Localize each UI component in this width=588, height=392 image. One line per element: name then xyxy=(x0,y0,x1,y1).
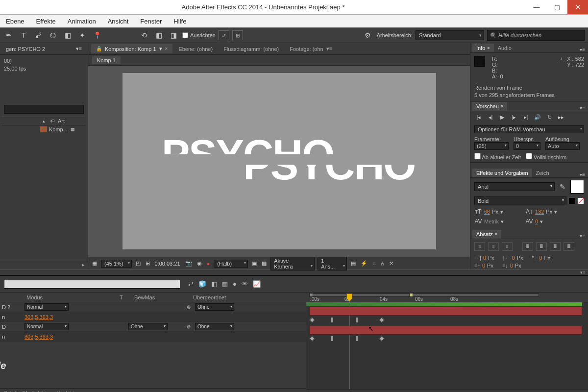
effects-presets-tab[interactable]: Effekte und Vorgaben xyxy=(472,169,532,177)
channel-icon[interactable]: ◉ xyxy=(196,260,203,267)
justify-center-icon[interactable]: ≣ xyxy=(536,242,547,251)
justify-right-icon[interactable]: ≣ xyxy=(550,242,561,251)
property-row-position-1[interactable]: n 303,5,363,3 xyxy=(0,312,306,322)
panel-menu-icon[interactable]: ▾≡ xyxy=(577,105,588,111)
prev-frame-icon[interactable]: ◂| xyxy=(486,114,495,121)
last-frame-icon[interactable]: ▸| xyxy=(521,114,530,121)
stroke-swatch[interactable] xyxy=(568,197,575,204)
panel-menu-icon[interactable]: ▾≡ xyxy=(580,270,585,275)
menu-hilfe[interactable]: Hilfe xyxy=(170,16,190,26)
font-size-value[interactable]: 66 xyxy=(484,209,490,215)
menu-animation[interactable]: Animation xyxy=(64,16,100,26)
tl-graph-icon[interactable]: 📈 xyxy=(253,280,261,288)
col-bewmas[interactable]: BewMas xyxy=(134,294,188,300)
tl-opt3-icon[interactable]: ◧ xyxy=(211,280,217,288)
align-left-icon[interactable]: ≡ xyxy=(474,242,485,251)
col-parent[interactable]: Übergeordnet xyxy=(193,294,226,300)
layer-row-1[interactable]: D 2 Normal ⊚ Ohne xyxy=(0,302,306,312)
close-tab-icon[interactable]: × xyxy=(165,46,168,51)
camera-dropdown[interactable]: Aktive Kamera xyxy=(270,257,315,270)
project-column-header[interactable]: ▴ 🏷 Art xyxy=(2,117,86,125)
nofill-swatch[interactable] xyxy=(577,197,584,204)
snap2-icon[interactable]: ◧ xyxy=(153,30,165,41)
fast-icon[interactable]: ⚡ xyxy=(360,260,368,267)
framerate-dropdown[interactable]: (25) xyxy=(474,142,509,150)
grid-icon[interactable]: ▦ xyxy=(91,260,98,267)
panel-menu-icon[interactable]: ▾≡ xyxy=(577,172,588,177)
snap-opt2-icon[interactable]: ⊞ xyxy=(232,30,243,40)
help-search-input[interactable]: Hilfe durchsuchen xyxy=(487,30,585,41)
keyframe-ease[interactable] xyxy=(355,336,358,342)
comp-tab-flowchart[interactable]: Flussdiagramm: (ohne) xyxy=(219,45,284,53)
trackmatte-dropdown[interactable]: Ohne xyxy=(128,323,168,330)
paragraph-tab[interactable]: Absatz× xyxy=(472,230,501,239)
play-icon[interactable]: ▶ xyxy=(498,114,507,121)
color-icon[interactable]: ● xyxy=(206,261,211,267)
menu-effekte[interactable]: Effekte xyxy=(32,16,60,26)
pickwhip-icon[interactable]: ⊚ xyxy=(185,304,192,310)
minimize-button[interactable]: — xyxy=(526,0,547,14)
parent-dropdown[interactable]: Ohne xyxy=(195,303,234,311)
timeline-footer[interactable]: Schalter/Modi aktivieren/deaktivieren xyxy=(0,388,306,392)
parent-dropdown[interactable]: Ohne xyxy=(195,323,234,330)
pen-tool-icon[interactable]: ✒ xyxy=(3,30,15,41)
tl-motionblur-icon[interactable]: ▦ xyxy=(222,280,228,288)
snap3-icon[interactable]: ◨ xyxy=(168,30,179,41)
gpu-icon[interactable]: ⚙ xyxy=(362,30,374,41)
menu-fenster[interactable]: Fenster xyxy=(136,16,166,26)
views-dropdown[interactable]: 1 Ans... xyxy=(318,257,347,270)
preview-tab[interactable]: Vorschau× xyxy=(472,102,507,111)
audio-tab[interactable]: Audio xyxy=(494,44,515,52)
next-frame-icon[interactable]: |▸ xyxy=(510,114,518,121)
loop-icon[interactable]: ↻ xyxy=(545,114,554,121)
blend-mode-dropdown[interactable]: Normal xyxy=(24,303,69,311)
keyframe-ease[interactable] xyxy=(355,317,358,323)
skip-dropdown[interactable]: 0 xyxy=(514,142,540,150)
from-current-checkbox[interactable]: Ab aktueller Zeit xyxy=(474,153,521,160)
justify-all-icon[interactable]: ≣ xyxy=(564,242,574,251)
keyframe[interactable] xyxy=(309,317,315,322)
safe-icon[interactable]: ⊞ xyxy=(145,260,151,267)
expand-icon[interactable]: ⤧ xyxy=(388,260,394,267)
keyframe[interactable] xyxy=(309,336,315,341)
brush-tool-icon[interactable]: 🖌 xyxy=(32,30,44,41)
panel-menu-icon[interactable]: ▾≡ xyxy=(577,233,588,239)
tl-opt1-icon[interactable]: ⇄ xyxy=(188,280,194,288)
comp-tab-layer[interactable]: Ebene: (ohne) xyxy=(173,45,218,53)
layer-bar-1[interactable] xyxy=(309,307,582,316)
layer-row-2[interactable]: D Normal Ohne ⊚ Ohne xyxy=(0,322,306,332)
menu-ansicht[interactable]: Ansicht xyxy=(104,16,133,26)
project-item[interactable]: Komp... ▦ xyxy=(2,125,86,133)
workspace-dropdown[interactable]: Standard xyxy=(416,30,484,40)
roto-tool-icon[interactable]: ✦ xyxy=(76,30,88,41)
character-tab[interactable]: Zeich xyxy=(532,169,553,177)
timeline-search-input[interactable] xyxy=(4,280,180,289)
menu-ebene[interactable]: Ebene xyxy=(2,16,28,26)
keyframe[interactable] xyxy=(379,317,384,322)
keyframe[interactable] xyxy=(379,336,384,341)
indent-first[interactable]: *≡ 0 Px xyxy=(532,255,551,261)
clone-tool-icon[interactable]: ⌬ xyxy=(47,30,59,41)
comp-tab-footage[interactable]: Footage: (ohn ▾≡ xyxy=(285,44,337,53)
comp-tab-active[interactable]: 🔒 Komposition: Komp 1▾× xyxy=(91,44,172,53)
type-tool-icon[interactable]: T xyxy=(18,30,29,41)
mask-icon[interactable]: ◰ xyxy=(135,260,142,267)
font-weight-dropdown[interactable]: Bold xyxy=(474,196,566,205)
leading-value[interactable]: 132 xyxy=(535,209,544,215)
pickwhip-icon[interactable]: ⊚ xyxy=(185,324,192,329)
flow-icon[interactable]: ⑃ xyxy=(380,261,385,267)
ram-preview-icon[interactable]: ▸▸ xyxy=(557,114,565,121)
close-button[interactable]: ✕ xyxy=(567,0,588,14)
col-t[interactable]: T xyxy=(120,294,129,300)
justify-left-icon[interactable]: ≣ xyxy=(522,242,533,251)
resolution-dropdown[interactable]: (Halb) xyxy=(214,260,248,268)
tl-opt6-icon[interactable]: 👁 xyxy=(242,280,248,288)
fullscreen-checkbox[interactable]: Vollbildschirm xyxy=(526,153,566,160)
audio-icon[interactable]: 🔊 xyxy=(533,114,542,121)
snap-icon[interactable]: ⟲ xyxy=(138,30,150,41)
tracking-value[interactable]: 0 xyxy=(535,219,538,224)
first-frame-icon[interactable]: |◂ xyxy=(474,114,483,121)
project-search-input[interactable] xyxy=(4,105,84,114)
tl-draft3d-icon[interactable]: 🧊 xyxy=(198,280,206,288)
indent-right[interactable]: |← 0 Px xyxy=(503,255,523,261)
